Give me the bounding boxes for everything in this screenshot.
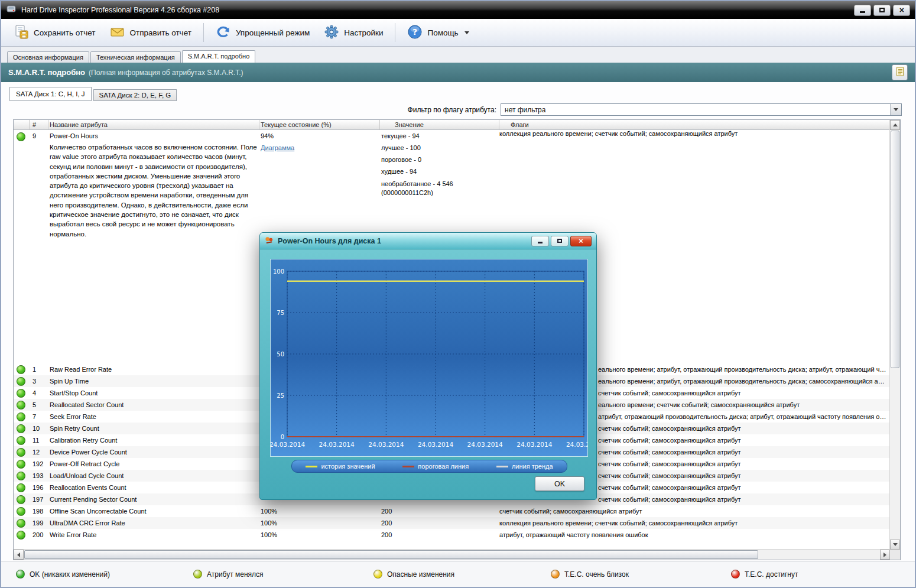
diagram-link[interactable]: Диаграмма	[261, 144, 294, 151]
send-report-icon	[110, 24, 125, 41]
help-icon: ?	[407, 24, 423, 41]
chevron-down-icon	[465, 31, 469, 34]
table-row[interactable]: 199UltraDMA CRC Error Rate100%200коллекц…	[14, 517, 890, 529]
attr-name: Spin Retry Count	[48, 423, 259, 434]
horizontal-scrollbar[interactable]	[14, 549, 890, 560]
col-current-state[interactable]: Текущее состояние (%)	[259, 120, 380, 129]
page-subtitle: (Полная информация об атрибутах S.M.A.R.…	[89, 69, 243, 77]
attr-state: 100%	[259, 505, 380, 517]
attr-name: Reallocated Sector Count	[48, 399, 259, 411]
legend-dot-icon	[16, 570, 25, 579]
report-page-button[interactable]	[892, 64, 908, 80]
section-header: S.M.A.R.T. подробно (Полная информация о…	[1, 63, 915, 82]
attr-value: 200	[380, 517, 499, 529]
close-button[interactable]	[893, 5, 910, 16]
col-attr-name[interactable]: Название атрибута	[48, 120, 259, 129]
vertical-scrollbar[interactable]	[889, 120, 900, 550]
attr-number: 192	[30, 458, 48, 470]
attr-number: 193	[30, 470, 48, 482]
power-on-hours-chart: 025507510024.03.201424.03.201424.03.2014…	[271, 259, 587, 456]
disk-tab-strip: SATA Диск 1: C, H, I, J SATA Диск 2: D, …	[9, 87, 177, 101]
attr-number: 198	[30, 505, 48, 517]
attr-number: 4	[30, 387, 48, 399]
filter-label: Фильтр по флагу атрибута:	[356, 106, 496, 114]
horizontal-scroll-thumb[interactable]	[24, 550, 758, 559]
simplified-mode-button[interactable]: Упрощенный режим	[209, 21, 316, 44]
attr-flags: атрибут, отражающий частоту появления ош…	[499, 529, 890, 541]
attr-flags: коллекция реального времени; счетчик соб…	[499, 517, 890, 529]
legend-dot-icon	[193, 570, 202, 579]
dropdown-arrow-icon[interactable]	[890, 104, 901, 115]
legend-label: T.E.C. очень близок	[564, 570, 629, 579]
legend-dot-icon	[551, 570, 560, 579]
scroll-right-icon[interactable]	[880, 550, 890, 560]
scroll-down-icon[interactable]	[890, 540, 900, 550]
minimize-button[interactable]	[854, 5, 871, 16]
save-report-button[interactable]: Сохранить отчет	[7, 21, 102, 44]
status-ok-icon	[17, 448, 25, 457]
save-report-label: Сохранить отчет	[34, 28, 96, 37]
series-name: история значений	[321, 463, 375, 470]
attr-number: 7	[30, 411, 48, 423]
filter-flag-select[interactable]: нет фильтра	[501, 103, 902, 116]
attr-name: Raw Read Error Rate	[48, 363, 259, 375]
scroll-left-icon[interactable]	[14, 550, 24, 560]
status-ok-icon	[17, 401, 25, 410]
legend-label: OK (никаких изменений)	[30, 570, 110, 579]
chart-legend-item: линия тренда	[496, 463, 553, 470]
col-value[interactable]: Значение	[380, 120, 499, 129]
svg-text:24.03.2014: 24.03.2014	[467, 441, 503, 448]
maximize-button[interactable]	[873, 5, 891, 16]
chart-legend-item: пороговая линия	[402, 463, 469, 470]
main-tab-strip: Основная информация Техническая информац…	[1, 47, 915, 63]
toolbar-separator	[203, 23, 204, 42]
vertical-scroll-thumb[interactable]	[891, 131, 899, 368]
status-ok-icon	[17, 389, 25, 398]
tab-general-info[interactable]: Основная информация	[7, 51, 89, 63]
tab-disk-1[interactable]: SATA Диск 1: C, H, I, J	[9, 87, 92, 101]
send-report-button[interactable]: Отправить отчет	[103, 21, 198, 44]
svg-text:24.03.2014: 24.03.2014	[319, 441, 355, 448]
col-status[interactable]	[14, 120, 30, 129]
tab-smart-details[interactable]: S.M.A.R.T. подробно	[182, 50, 256, 63]
legend-label: Опасные изменения	[387, 570, 454, 579]
table-row[interactable]: 200Write Error Rate100%200атрибут, отраж…	[14, 529, 890, 541]
settings-button[interactable]: Настройки	[317, 21, 389, 44]
scroll-up-icon[interactable]	[890, 120, 900, 130]
tab-technical-info[interactable]: Техническая информация	[90, 51, 181, 63]
legend-label: Атрибут менялся	[207, 570, 264, 579]
attr-number: 1	[30, 363, 48, 375]
col-number[interactable]: #	[30, 120, 48, 129]
page-icon	[896, 67, 904, 79]
svg-text:0: 0	[281, 434, 284, 440]
status-ok-icon	[17, 531, 25, 540]
value-raw: необработанное - 4 546	[381, 180, 499, 189]
legend-item: OK (никаких изменений)	[16, 570, 110, 579]
dialog-minimize-button[interactable]	[531, 236, 549, 246]
tab-disk-2[interactable]: SATA Диск 2: D, E, F, G	[93, 89, 177, 101]
attr-number: 199	[30, 517, 48, 529]
svg-text:24.03.2014: 24.03.2014	[566, 441, 587, 448]
value-best: лучшее - 100	[381, 142, 499, 154]
attr-name: Power-On Hours	[50, 130, 259, 142]
attr-state: 94%	[261, 130, 380, 142]
status-legend: OK (никаких изменений)Атрибут менялсяОпа…	[1, 561, 915, 587]
attr-name: Spin Up Time	[48, 375, 259, 387]
svg-text:75: 75	[277, 310, 284, 316]
dialog-maximize-button[interactable]	[551, 236, 569, 246]
col-flags[interactable]: Флаги	[499, 120, 890, 129]
attr-number: 5	[30, 399, 48, 411]
ok-button[interactable]: OK	[535, 476, 584, 491]
toolbar: Сохранить отчет Отправить отчет Упрощенн…	[1, 19, 915, 47]
table-row[interactable]: 198Offline Scan Uncorrectable Count100%2…	[14, 505, 890, 517]
legend-item: Атрибут менялся	[193, 570, 264, 579]
attr-name: Current Pending Sector Count	[48, 493, 259, 505]
status-ok-icon	[17, 507, 25, 516]
dialog-close-button[interactable]	[570, 236, 592, 246]
status-ok-icon	[17, 436, 25, 445]
simplified-mode-icon	[216, 24, 231, 41]
help-button[interactable]: ? Помощь	[401, 21, 475, 44]
attr-name: Start/Stop Count	[48, 387, 259, 399]
svg-text:100: 100	[273, 268, 284, 275]
attr-number: 11	[30, 434, 48, 446]
